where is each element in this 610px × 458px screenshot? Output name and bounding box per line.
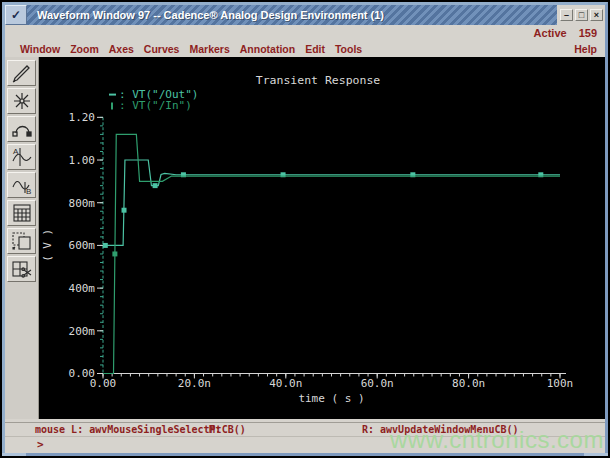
window-frame: ✓ Waveform Window 97 -- Cadence® Analog …: [2, 2, 608, 456]
svg-text:B: B: [26, 187, 31, 196]
menu-bar: WindowZoomAxesCurvesMarkersAnnotationEdi…: [5, 40, 605, 57]
vert-marker-a-icon[interactable]: A: [7, 144, 36, 170]
trace-marker: [112, 251, 117, 256]
maximize-button[interactable]: □: [575, 9, 588, 21]
window-title: Waveform Window 97 -- Cadence® Analog De…: [37, 9, 384, 21]
copy-window-icon[interactable]: [7, 228, 36, 254]
transient-plot: Transient Response: VT("/Out"): VT("/In"…: [39, 57, 605, 419]
mouse-bindings-bar: mouse L: awvMouseSingleSelectPtCB() M: R…: [5, 422, 605, 436]
arc-marker-icon[interactable]: [7, 116, 36, 142]
menu-markers[interactable]: Markers: [189, 43, 229, 55]
window-controls: – □ ×: [557, 5, 605, 25]
window-menu-button[interactable]: ✓: [5, 5, 27, 25]
toolbar: A B: [5, 57, 39, 419]
zoom-star-icon[interactable]: [7, 88, 36, 114]
menu-window[interactable]: Window: [20, 43, 60, 55]
trace-out: [103, 160, 560, 245]
title-bar-stripes[interactable]: Waveform Window 97 -- Cadence® Analog De…: [27, 5, 557, 25]
menu-curves[interactable]: Curves: [144, 43, 180, 55]
menu-edit[interactable]: Edit: [305, 43, 325, 55]
title-bar: ✓ Waveform Window 97 -- Cadence® Analog …: [5, 5, 605, 25]
menu-axes[interactable]: Axes: [109, 43, 134, 55]
y-tick-label: 800m: [69, 197, 96, 210]
pen-icon[interactable]: [7, 60, 36, 86]
y-tick-label: 400m: [69, 282, 96, 295]
waveform-window: ✓ Waveform Window 97 -- Cadence® Analog …: [0, 0, 610, 458]
trace-marker: [122, 208, 127, 213]
x-tick-label: 20.0n: [178, 377, 211, 390]
mouse-right-binding: R: awvUpdateWindowMenuCB(): [362, 424, 519, 435]
point-marker-b-icon[interactable]: B: [7, 172, 36, 198]
legend-entry: : VT("/In"): [119, 99, 192, 112]
close-button[interactable]: ×: [590, 9, 603, 21]
resize-handle-bottom-left[interactable]: [2, 453, 26, 456]
x-tick-label: 80.0n: [452, 377, 485, 390]
window-menu-icon: ✓: [11, 8, 21, 22]
main-area: A B: [5, 57, 605, 419]
active-count: 159: [579, 27, 597, 39]
menu-zoom[interactable]: Zoom: [70, 43, 99, 55]
x-tick-label: 60.0n: [361, 377, 394, 390]
plot-canvas[interactable]: Transient Response: VT("/Out"): VT("/In"…: [39, 57, 605, 419]
subwindow-cut-icon[interactable]: [7, 256, 36, 282]
menu-tools[interactable]: Tools: [335, 43, 362, 55]
y-axis-title: ( V ): [41, 229, 54, 262]
y-tick-label: 1.20: [69, 111, 95, 124]
menu-annotation[interactable]: Annotation: [240, 43, 295, 55]
info-bar: Active 159: [5, 25, 605, 40]
active-label: Active: [534, 27, 567, 39]
x-tick-label: 0.00: [90, 377, 116, 390]
x-tick-label: 40.0n: [269, 377, 302, 390]
mouse-middle-binding: M:: [209, 424, 221, 435]
prompt-symbol: >: [37, 438, 44, 451]
x-tick-label: 100n: [547, 377, 573, 390]
calculator-icon[interactable]: [7, 200, 36, 226]
trace-in: [103, 134, 560, 373]
chart-title: Transient Response: [256, 73, 381, 87]
y-tick-label: 600m: [69, 239, 96, 252]
command-prompt[interactable]: >: [5, 436, 605, 453]
y-tick-label: 1.00: [69, 154, 95, 167]
minimize-button[interactable]: –: [560, 9, 573, 21]
x-axis-title: time ( s ): [298, 392, 364, 405]
trace-marker: [153, 183, 158, 188]
y-tick-label: 200m: [69, 325, 96, 338]
menu-items: WindowZoomAxesCurvesMarkersAnnotationEdi…: [20, 43, 574, 55]
menu-help[interactable]: Help: [574, 43, 597, 55]
resize-handle-bottom-right[interactable]: [584, 453, 608, 456]
trace-marker: [103, 243, 108, 248]
